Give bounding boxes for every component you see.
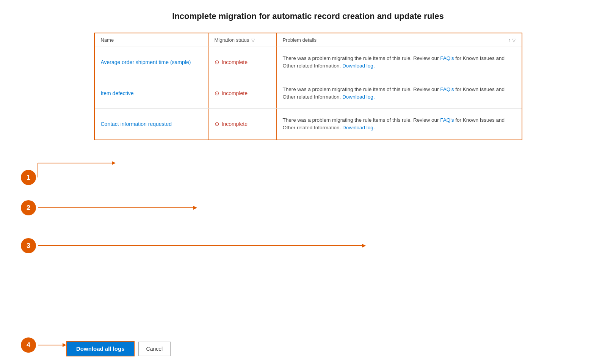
row2-detail-prefix: There was a problem migrating the rule i…	[283, 86, 440, 92]
sort-asc-icon[interactable]: ↑	[508, 38, 511, 43]
svg-marker-2	[112, 161, 116, 165]
row2-faq-link[interactable]: FAQ's	[440, 86, 454, 92]
annotation-1: 1	[21, 170, 36, 185]
annotation-3-label: 3	[27, 242, 30, 250]
name-column-label: Name	[101, 37, 114, 43]
row3-name-cell: Contact information requested	[95, 109, 208, 140]
row1-status-cell: ⊙ Incomplete	[208, 47, 277, 78]
detail-column-label: Problem details	[283, 37, 317, 43]
row2-detail-cell: There was a problem migrating the rule i…	[277, 78, 522, 109]
annotation-1-label: 1	[27, 174, 30, 182]
row2-download-link[interactable]: Download log.	[342, 94, 375, 100]
row2-detail-text: There was a problem migrating the rule i…	[283, 86, 516, 101]
col-detail-header: Problem details ↑ ▽	[277, 33, 522, 47]
row3-status-cell: ⊙ Incomplete	[208, 109, 277, 140]
svg-marker-8	[362, 244, 366, 248]
page-title: Incomplete migration for automatic recor…	[23, 11, 593, 21]
row1-download-link[interactable]: Download log.	[342, 63, 375, 69]
row2-name-cell: Item defective	[95, 78, 208, 109]
row2-status-text: Incomplete	[222, 90, 248, 96]
row1-faq-link[interactable]: FAQ's	[440, 55, 454, 61]
row2-status-cell: ⊙ Incomplete	[208, 78, 277, 109]
table-header: Name Migration status ▽ Problem details …	[95, 33, 522, 47]
button-area: Download all logs Cancel	[66, 341, 171, 356]
migration-table: Name Migration status ▽ Problem details …	[94, 33, 522, 140]
row1-detail-cell: There was a problem migrating the rule i…	[277, 47, 522, 78]
svg-marker-10	[63, 343, 66, 347]
table-row: Contact information requested ⊙ Incomple…	[95, 109, 522, 140]
row2-name-link[interactable]: Item defective	[101, 90, 134, 96]
detail-header-icons: ↑ ▽	[508, 38, 516, 43]
table-row: Item defective ⊙ Incomplete There was a …	[95, 78, 522, 109]
status-filter-icon[interactable]: ▽	[251, 38, 255, 43]
row3-detail-prefix: There was a problem migrating the rule i…	[283, 117, 440, 123]
row3-detail-text: There was a problem migrating the rule i…	[283, 116, 516, 132]
cancel-button[interactable]: Cancel	[138, 342, 171, 356]
row1-detail-prefix: There was a problem migrating the rule i…	[283, 55, 440, 61]
col-name-header: Name	[95, 33, 208, 47]
row1-incomplete-icon: ⊙	[215, 59, 219, 66]
status-column-label: Migration status	[215, 37, 249, 43]
row3-detail-cell: There was a problem migrating the rule i…	[277, 109, 522, 140]
annotation-4-label: 4	[27, 341, 30, 349]
table-row: Average order shipment time (sample) ⊙ I…	[95, 47, 522, 78]
row1-name-cell: Average order shipment time (sample)	[95, 47, 208, 78]
download-all-button[interactable]: Download all logs	[66, 341, 135, 356]
annotation-4: 4	[21, 337, 36, 353]
row3-download-link[interactable]: Download log.	[342, 125, 375, 130]
annotation-2: 2	[21, 200, 36, 215]
row3-faq-link[interactable]: FAQ's	[440, 117, 454, 123]
row1-detail-text: There was a problem migrating the rule i…	[283, 55, 516, 70]
row2-incomplete-icon: ⊙	[215, 90, 219, 97]
annotation-3: 3	[21, 238, 36, 253]
row3-incomplete-icon: ⊙	[215, 121, 219, 127]
col-status-header: Migration status ▽	[208, 33, 277, 47]
row1-name-link[interactable]: Average order shipment time (sample)	[101, 59, 191, 65]
annotation-2-label: 2	[27, 204, 30, 212]
row3-status-text: Incomplete	[222, 121, 248, 127]
row3-name-link[interactable]: Contact information requested	[101, 121, 172, 127]
row1-status-text: Incomplete	[222, 59, 248, 65]
svg-marker-5	[193, 206, 197, 210]
detail-filter-icon[interactable]: ▽	[512, 38, 516, 43]
